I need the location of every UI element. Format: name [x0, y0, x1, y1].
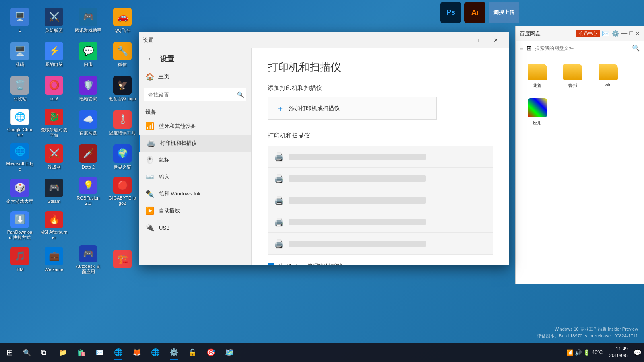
- baidupan-search-input[interactable]: [535, 45, 629, 51]
- illustrator-icon[interactable]: Ai: [464, 2, 485, 23]
- baidupan-close[interactable]: ✕: [635, 30, 640, 37]
- add-printer-button[interactable]: ＋ 添加打印机或扫描仪: [268, 97, 437, 120]
- baidupan-search-icon[interactable]: 🔍: [632, 44, 640, 52]
- printer-item-5[interactable]: 🖨️: [268, 233, 493, 255]
- taskbar-search-button[interactable]: 🔍: [19, 345, 35, 360]
- tray-network[interactable]: 📶: [566, 349, 573, 356]
- windows-manage-section: ✓ 让 Windows 管理默认打印机: [268, 263, 493, 265]
- desktop-icon-msi[interactable]: 🔥 MSI Afterburner: [38, 209, 70, 242]
- printer-item-2[interactable]: 🖨️: [268, 168, 493, 189]
- desktop-icon-aorus[interactable]: 🦅 电竞管家 logo: [107, 72, 138, 105]
- desktop-icon-temp[interactable]: 🌡️ 温度错误工具: [107, 107, 138, 140]
- sidebar-mouse[interactable]: 🖱️ 鼠标: [139, 152, 251, 169]
- printer-icon-1: 🖨️: [274, 152, 284, 162]
- start-button[interactable]: ⊞: [0, 343, 19, 362]
- taskbar-pinned-apps: 📁 🛍️ ✉️ 🌐 🦊 🌐 ⚙️ 🔒 🎯 🗺️: [52, 343, 563, 361]
- taskbar-store[interactable]: 🛍️: [72, 343, 90, 361]
- sidebar-pen[interactable]: ✒️ 笔和 Windows Ink: [139, 185, 251, 202]
- desktop-icon-world[interactable]: 🌍 世界之窗: [107, 141, 138, 174]
- desktop-icon-tim[interactable]: 💼 WeGame: [38, 243, 70, 276]
- settings-main-content: 打印机和扫描仪 添加打印机和扫描仪 ＋ 添加打印机或扫描仪 打印机和扫描仪 🖨️…: [252, 48, 509, 265]
- desktop-icon-yxbl[interactable]: ⚔️ 英雄联盟: [38, 4, 70, 37]
- desktop-icon-tencent[interactable]: 🎮 腾讯游戏助手: [72, 4, 104, 37]
- photoshop-icon[interactable]: Ps: [440, 2, 461, 23]
- tray-battery[interactable]: 🔋: [583, 349, 590, 356]
- baidupan-btn-settings[interactable]: ⚙️: [611, 30, 619, 37]
- add-printer-label: 添加打印机或扫描仪: [289, 105, 340, 112]
- keyboard-icon: ⌨️: [145, 173, 154, 181]
- desktop-icon-steam[interactable]: 🎮 Steam: [38, 175, 70, 208]
- notification-button[interactable]: 💬: [631, 346, 644, 359]
- desktop-icon-qida[interactable]: 🎲 企大游戏大厅: [4, 175, 35, 208]
- sidebar-input[interactable]: ⌨️ 输入: [139, 169, 251, 185]
- clock-display[interactable]: 11:49 2019/9/5: [606, 346, 631, 359]
- taskbar-unknown1[interactable]: 🎯: [202, 343, 220, 361]
- desktop-icon-gigabyte[interactable]: 🔴 GIGABYTE logo2: [107, 175, 138, 208]
- baidupan-layout-icon[interactable]: ≡: [520, 45, 523, 52]
- folder-colorful[interactable]: 应用: [521, 95, 553, 129]
- desktop-icon-mypc[interactable]: 🖥️ 乱码: [4, 38, 35, 71]
- folder-lubang[interactable]: 鲁邦: [557, 61, 589, 92]
- desktop-icon-wechat[interactable]: 💬 闪迅: [72, 38, 104, 71]
- taskbar-settings[interactable]: ⚙️: [165, 343, 183, 361]
- back-button[interactable]: ←: [145, 53, 157, 64]
- sidebar-home-item[interactable]: 🏠 主页: [139, 69, 251, 84]
- desktop-icon-autodesk[interactable]: 🏗️: [107, 243, 138, 276]
- sidebar-bluetooth[interactable]: 📶 蓝牙和其他设备: [139, 118, 251, 135]
- sidebar-printers[interactable]: 🖨️ 打印机和扫描仪: [139, 135, 251, 152]
- taosou-button[interactable]: 淘搜上传: [489, 2, 519, 23]
- taskbar-file-explorer[interactable]: 📁: [54, 343, 72, 361]
- baidupan-btn-mail[interactable]: ✉️: [602, 30, 610, 37]
- taskbar-edge[interactable]: 🌐: [147, 343, 164, 361]
- main-page-title: 打印机和扫描仪: [268, 60, 493, 74]
- taskbar-firefox[interactable]: 🦊: [128, 343, 146, 361]
- desktop-icon-baidu[interactable]: ☁️ 百度网盘: [72, 107, 104, 140]
- desktop-icon-pandown[interactable]: ⬇️ PanDownload 快捷方式: [4, 209, 35, 242]
- add-plus-icon: ＋: [276, 103, 284, 114]
- desktop-icon-msedge[interactable]: 🌐 Microsoft Edge: [4, 141, 35, 174]
- desktop-icon-163[interactable]: 🎵 TIM: [4, 243, 35, 276]
- maximize-button[interactable]: □: [467, 34, 486, 47]
- desktop-icon-osu[interactable]: ⭕ osu!: [38, 72, 70, 105]
- folder-longpian[interactable]: 龙篇: [521, 61, 553, 92]
- desktop-icon-baozhan[interactable]: ⚔️ 暴战网: [38, 141, 70, 174]
- printer-item-3[interactable]: 🖨️: [268, 189, 493, 211]
- desktop-icon-dota2[interactable]: 🗡️ Dota 2: [72, 141, 104, 174]
- taskbar-mail[interactable]: ✉️: [91, 343, 109, 361]
- usb-icon: 🔌: [145, 223, 154, 232]
- baidupan-maximize[interactable]: □: [629, 30, 633, 37]
- desktop-icon-recycle[interactable]: 🗑️ 回收站: [4, 72, 35, 105]
- taskbar-unknown2[interactable]: 🗺️: [221, 343, 238, 361]
- baidupan-btn-vip[interactable]: 会员中心: [576, 30, 600, 37]
- printer-icon-3: 🖨️: [274, 195, 284, 205]
- close-button[interactable]: ✕: [487, 34, 505, 47]
- minimize-button[interactable]: —: [448, 34, 466, 47]
- desktop-icon-rgb[interactable]: 💡 RGBFusion 2.0: [72, 175, 104, 208]
- printer-item-4[interactable]: 🖨️: [268, 211, 493, 233]
- autoplay-icon: ▶️: [145, 206, 154, 215]
- desktop-icon-moyu[interactable]: 🐉 魔域争霸对战平台: [38, 107, 70, 140]
- settings-search-input[interactable]: [144, 88, 246, 101]
- folder-win[interactable]: win: [592, 61, 624, 90]
- sidebar-usb[interactable]: 🔌 USB: [139, 219, 251, 236]
- settings-search-icon[interactable]: 🔍: [237, 91, 244, 98]
- sidebar-autoplay[interactable]: ▶️ 自动播放: [139, 202, 251, 219]
- desktop-icon-flash[interactable]: ⚡ 我的电脑: [38, 38, 70, 71]
- printer-item-1[interactable]: 🖨️: [268, 146, 493, 168]
- tray-volume[interactable]: 🔊: [575, 349, 582, 356]
- desktop-icon-dianba[interactable]: 🛡️ 电霸管家: [72, 72, 104, 105]
- desktop-icon-qqfix[interactable]: 🔧 微信: [107, 38, 138, 71]
- desktop-icon-l[interactable]: 🖥️ L: [4, 4, 35, 37]
- baidupan-grid-icon[interactable]: ⊞: [526, 44, 532, 52]
- baidupan-minimize[interactable]: —: [621, 30, 627, 37]
- taskbar-chrome[interactable]: 🌐: [109, 343, 127, 361]
- printer-name-5: [289, 241, 426, 247]
- taskview-button[interactable]: ⧉: [35, 343, 52, 361]
- windows-info: Windows 10 专业工作站版 Insider Preview 评估副本。B…: [537, 326, 638, 340]
- manage-checkbox[interactable]: ✓: [268, 263, 274, 265]
- desktop-icon-wegame[interactable]: 🎮 Autodesk 桌面应用: [72, 243, 104, 276]
- desktop-icon-chrome[interactable]: 🌐 Google Chrome: [4, 107, 35, 140]
- desktop-icon-qqfly[interactable]: 🚗 QQ飞车: [107, 4, 138, 37]
- taskbar-vpn[interactable]: 🔒: [184, 343, 201, 361]
- add-section-title: 添加打印机和扫描仪: [268, 84, 493, 92]
